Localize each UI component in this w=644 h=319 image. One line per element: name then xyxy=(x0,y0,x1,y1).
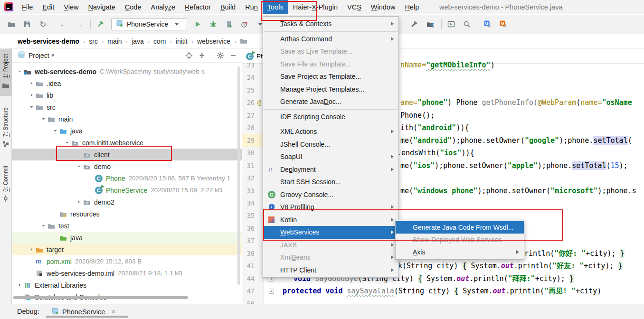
tree-item-lib[interactable]: lib xyxy=(12,89,242,101)
code-line-26[interactable]: ame="phone") Phone getPhoneInfo(@WebPara… xyxy=(400,96,632,109)
line-number-31[interactable]: 31 xyxy=(242,160,255,172)
menubar-item-haier-x-plugin[interactable]: Haier-X-Plugin xyxy=(288,0,342,14)
menubar-item-view[interactable]: View xyxy=(59,0,83,14)
menubar-item-edit[interactable]: Edit xyxy=(38,0,59,14)
chevron-open-icon[interactable] xyxy=(63,140,71,146)
menubar-item-tools[interactable]: Tools xyxy=(263,0,288,14)
run-icon[interactable] xyxy=(192,19,203,30)
code-line-31[interactable]: me("ios");phone.setOwner("apple");phone.… xyxy=(400,160,628,172)
menu-item-http-client[interactable]: HTTP Client xyxy=(263,264,398,277)
menu-item-deployment[interactable]: ↓↑Deployment xyxy=(263,163,398,176)
line-number-38[interactable]: 38 xyxy=(242,247,255,260)
code-line-38[interactable]: rintln("你好: "+city); } xyxy=(524,247,625,260)
submenu-item-axis[interactable]: Axis xyxy=(396,246,524,258)
chevron-closed-icon[interactable] xyxy=(16,282,24,288)
menu-item-webservices[interactable]: WebServices xyxy=(263,226,398,239)
tree-item-external-libraries[interactable]: External Libraries xyxy=(12,279,242,291)
menubar-item-run[interactable]: Run xyxy=(240,0,263,14)
menu-item-tasks-contexts[interactable]: Tasks & Contexts xyxy=(263,18,398,30)
tree-item-resources[interactable]: resources xyxy=(12,208,242,220)
debug-icon[interactable] xyxy=(208,19,219,30)
chevron-open-icon[interactable] xyxy=(75,163,83,169)
project-view-title[interactable]: Project xyxy=(28,52,49,59)
menubar-item-navigate[interactable]: Navigate xyxy=(84,0,120,14)
line-number-34[interactable]: 34 xyxy=(242,197,255,209)
menu-item-manage-project-templates[interactable]: Manage Project Templates... xyxy=(263,83,398,96)
breadcrumb-item-initit[interactable]: initit xyxy=(176,38,188,45)
collapse-icon[interactable] xyxy=(198,52,206,59)
menu-item-kotlin[interactable]: Kotlin xyxy=(263,214,398,226)
stripe-button-1-project[interactable]: 1: Project xyxy=(0,49,12,96)
menubar-item-refactor[interactable]: Refactor xyxy=(180,0,216,14)
tree-item-phoneservice[interactable]: CPhoneService2020/8/20 15:09, 2.22 kB xyxy=(12,184,242,196)
menu-item-v8-profiling[interactable]: V8 Profiling xyxy=(263,201,398,214)
breadcrumb-item-web-services-demo[interactable]: web-services-demo xyxy=(18,38,79,45)
code-line-41[interactable]: k(String city) { System.out.println("好友:… xyxy=(398,260,623,272)
menubar-item-code[interactable]: Code xyxy=(120,0,146,14)
tree-item-demo2[interactable]: demo2 xyxy=(12,196,242,208)
menubar-item-window[interactable]: Window xyxy=(366,0,400,14)
line-number-50[interactable]: 50 xyxy=(242,298,255,304)
line-number-33[interactable]: 33 xyxy=(242,185,255,197)
menu-item-arthas-command[interactable]: Arthas Command xyxy=(263,33,398,46)
breadcrumb-item-main[interactable]: main xyxy=(107,38,122,45)
menubar-item-vcs[interactable]: VCS xyxy=(342,0,366,14)
breadcrumb-item-webservice[interactable]: webservice xyxy=(197,38,230,45)
line-number-23[interactable]: 23 xyxy=(242,59,255,71)
line-number-36[interactable]: 36 xyxy=(242,222,255,235)
menu-item-xml-actions[interactable]: XML Actions xyxy=(263,125,398,138)
menu-item-save-project-as-template[interactable]: Save Project as Template... xyxy=(263,70,398,83)
project-scrollbar-horizontal[interactable] xyxy=(13,296,188,299)
sync-icon[interactable]: ↻ xyxy=(37,19,48,30)
line-number-47[interactable]: 47 xyxy=(242,285,255,297)
save-icon[interactable] xyxy=(21,19,33,30)
line-number-32[interactable]: 32 xyxy=(242,172,255,184)
tree-item-test[interactable]: test xyxy=(12,220,242,232)
chevron-open-icon[interactable] xyxy=(28,104,36,110)
menubar-item-file[interactable]: File xyxy=(17,0,38,14)
menu-item-groovy-console[interactable]: GGroovy Console... xyxy=(263,188,398,201)
submenu-item-generate-java-code-from-wsdl[interactable]: Generate Java Code From Wsdl... xyxy=(396,221,524,234)
menu-item-generate-javadoc[interactable]: Generate JavaDoc... xyxy=(263,95,398,108)
coverage-icon[interactable] xyxy=(223,19,235,30)
tree-item-client[interactable]: client xyxy=(12,149,242,160)
project-structure-icon[interactable] xyxy=(425,19,436,30)
project-scrollbar-vertical[interactable] xyxy=(237,66,240,285)
menubar-item-build[interactable]: Build xyxy=(216,0,240,14)
code-line-30[interactable]: .endsWith("ios")){ xyxy=(397,147,474,159)
gear-icon[interactable] xyxy=(217,52,224,59)
chevron-open-icon[interactable] xyxy=(39,116,47,122)
chevron-open-icon[interactable] xyxy=(51,128,59,134)
line-number-28[interactable]: 28 xyxy=(242,122,255,134)
tree-item-java[interactable]: java xyxy=(12,232,242,244)
wrench-icon[interactable] xyxy=(409,19,420,30)
menu-item-start-ssh-session[interactable]: Start SSH Session... xyxy=(263,176,398,188)
close-icon[interactable]: × xyxy=(111,308,115,316)
line-number-26[interactable]: 26 xyxy=(242,96,255,109)
chevron-down-icon[interactable]: ▾ xyxy=(52,52,55,58)
profiler-icon[interactable] xyxy=(239,19,250,30)
stripe-button-7-structure[interactable]: 7: Structure xyxy=(0,103,12,154)
code-line-23[interactable]: nName="getMObileInfo") xyxy=(400,59,495,71)
translate-orange-icon[interactable]: 文G xyxy=(498,19,509,30)
code-line-27[interactable]: Phone(); xyxy=(400,109,435,122)
chevron-closed-icon[interactable] xyxy=(28,246,36,253)
fold-marker-icon[interactable]: + xyxy=(269,289,274,294)
forward-icon[interactable]: → xyxy=(74,19,85,30)
line-number-24[interactable]: 24 xyxy=(242,71,255,84)
run-window-icon[interactable] xyxy=(445,19,457,30)
line-number-27[interactable]: 27 xyxy=(242,109,255,122)
tree-item-com-initit-webservice[interactable]: com.initit.webservice xyxy=(12,137,242,149)
breadcrumb-item-java[interactable]: java xyxy=(132,38,144,45)
breadcrumb-item-src[interactable]: src xyxy=(89,38,98,45)
tree-item-phone[interactable]: CPhone2020/8/20 15:06, 597 B Yesterday 1 xyxy=(12,172,242,184)
code-line-33[interactable]: me("windows phone");phone.setOwner("micr… xyxy=(400,185,636,197)
menu-item-jshell-console[interactable]: JShell Console... xyxy=(263,138,398,151)
code-line-47[interactable]: protected void saySayalala(String city) … xyxy=(283,285,601,297)
chevron-open-icon[interactable] xyxy=(16,68,24,75)
tree-item-src[interactable]: src xyxy=(12,101,242,113)
open-icon[interactable] xyxy=(6,19,17,30)
code-line-29[interactable]: me("android");phone.setOwner("google");p… xyxy=(400,134,632,147)
menubar-item-analyze[interactable]: Analyze xyxy=(146,0,180,14)
menu-item-soapui[interactable]: SoapUI xyxy=(263,150,398,163)
